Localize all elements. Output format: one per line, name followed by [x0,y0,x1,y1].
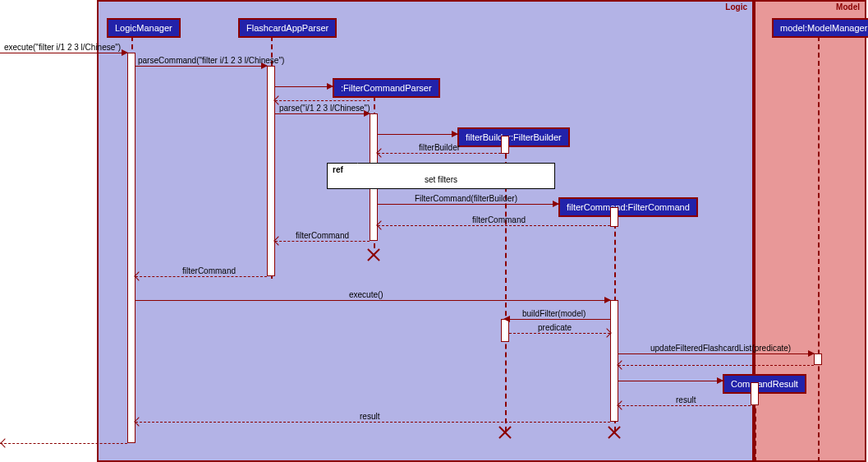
m1-label: execute("filter i/1 2 3 l/Chinese") [4,43,121,52]
fcp-destroy [367,248,380,261]
m12-return-line [618,405,751,406]
filter-command-parser-box: :FilterCommandParser [333,78,440,98]
filter-command-box: filterCommand:FilterCommand [558,197,698,217]
filter-builder-activation-1 [501,136,509,154]
m13-return-line [135,422,610,423]
filter-builder-activation-2 [501,319,509,342]
m6-return-line [378,225,610,226]
command-result-activation [751,382,759,405]
model-frame-title: Model [836,2,860,12]
m1-arrow [122,49,128,56]
m12-label: result [676,395,696,404]
fb-destroy [498,426,512,439]
logic-frame-title: Logic [725,2,747,12]
m14-return-line [0,443,127,444]
ref-frame: ref set filters [327,163,555,189]
m6-label: FilterCommand(filterBuilder) [415,194,517,203]
sequence-diagram: Logic Model LogicManager FlashcardAppPar… [0,0,868,462]
create-fb-arrow [452,131,458,137]
m4-line [275,113,370,114]
m4-label: parse("i/1 2 3 l/Chinese") [279,104,370,113]
m1-line [0,53,127,53]
create-fb-line [378,134,457,135]
m10-return-label: predicate [538,323,572,332]
create-cr-arrow [717,377,723,384]
fc-destroy [608,426,621,439]
m8-label: filterCommand [182,266,236,275]
filter-command-activation-2 [610,300,618,422]
m7-return-line [275,241,370,242]
filter-builder-box: filterBuilder:FilterBuilder [457,127,570,147]
m5-return-line [378,153,501,154]
logic-frame: Logic [97,0,754,462]
model-manager-box: model:ModelManager [772,18,868,38]
ref-tab: ref [327,163,358,176]
create-fcp-arrow [327,83,333,90]
m13-label: result [360,412,379,421]
command-result-box: CommandResult [723,374,806,394]
m10-line [509,319,610,320]
m10-return-line [509,333,610,334]
logic-manager-activation [127,53,135,443]
m9-label: execute() [349,290,383,299]
m5-label: filterBuilder [419,143,460,152]
m2-line [135,66,267,67]
model-manager-lifeline [818,36,820,462]
m7-label: filterCommand [296,231,349,240]
create-fcp-line [275,86,333,87]
create-cr-line [618,381,723,381]
filter-command-activation-1 [610,207,618,227]
m6-return-label: filterCommand [472,215,526,224]
ref-label: set filters [328,175,554,184]
model-manager-activation [814,353,822,365]
create-fcp-return [275,100,370,101]
m14-return-arrow [0,438,9,447]
m11-label: updateFilteredFlashcardList(predicate) [650,344,791,353]
m9-line [135,300,610,301]
m8-return-line [135,276,267,277]
m6-arrow [553,201,559,207]
m10-label: buildFilter(model) [522,309,586,318]
logic-manager-box: LogicManager [107,18,181,38]
m2-label: parseCommand("filter i/1 2 3 l/Chinese") [138,56,284,65]
m9-arrow [604,297,611,303]
m11-line [618,353,814,354]
m11-arrow [808,350,815,357]
flashcard-app-parser-box: FlashcardAppParser [238,18,337,38]
m10-arrow [503,316,510,322]
m11-return-line [618,365,814,366]
m6-line [378,204,558,205]
flashcard-app-parser-activation [267,66,275,276]
